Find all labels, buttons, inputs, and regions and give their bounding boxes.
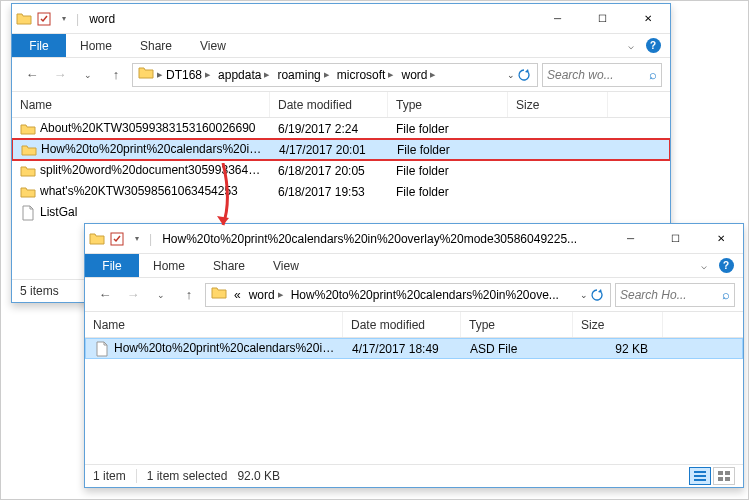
breadcrumb-item[interactable]: word ▶	[245, 288, 287, 302]
list-item[interactable]: About%20KTW305993831531600266906/19/2017…	[12, 118, 670, 139]
cell-name: ListGal	[12, 205, 270, 221]
breadcrumb-item[interactable]: microsoft ▶	[333, 68, 398, 82]
minimize-button[interactable]: ─	[608, 224, 653, 253]
view-mode-buttons	[689, 467, 735, 485]
cell-type: File folder	[388, 164, 508, 178]
folder-icon	[20, 184, 36, 200]
column-size[interactable]: Size	[573, 312, 663, 337]
breadcrumb-overflow[interactable]: «	[230, 288, 245, 302]
cell-date: 4/17/2017 18:49	[344, 342, 462, 356]
column-size[interactable]: Size	[508, 92, 608, 117]
back-button[interactable]: ←	[93, 283, 117, 307]
chevron-right-icon: ▶	[278, 291, 283, 299]
search-placeholder: Search Ho...	[620, 288, 687, 302]
search-input[interactable]: Search wo... ⌕	[542, 63, 662, 87]
svg-rect-8	[725, 477, 730, 481]
address-bar[interactable]: ▶ DT168 ▶ appdata ▶ roaming ▶ microsoft …	[132, 63, 538, 87]
quick-access-toolbar: ▾ |	[12, 11, 83, 27]
titlebar[interactable]: ▾ | word ─ ☐ ✕	[12, 4, 670, 34]
tab-share[interactable]: Share	[199, 254, 259, 277]
cell-date: 4/17/2017 20:01	[271, 143, 389, 157]
cell-date: 6/19/2017 2:24	[270, 122, 388, 136]
forward-button[interactable]: →	[48, 63, 72, 87]
svg-rect-7	[718, 477, 723, 481]
view-icons-button[interactable]	[713, 467, 735, 485]
breadcrumb-item[interactable]: appdata ▶	[214, 68, 273, 82]
tab-home[interactable]: Home	[139, 254, 199, 277]
file-icon	[20, 205, 36, 221]
ribbon-tabs: File Home Share View ⌵ ?	[85, 254, 743, 278]
properties-icon[interactable]	[36, 11, 52, 27]
ribbon-chevron-icon[interactable]: ⌵	[620, 34, 642, 57]
cell-date: 6/18/2017 20:05	[270, 164, 388, 178]
list-item[interactable]: what's%20KTW305985610634542536/18/2017 1…	[12, 181, 670, 202]
titlebar[interactable]: ▾ | How%20to%20print%20calendars%20in%20…	[85, 224, 743, 254]
up-button[interactable]: ↑	[177, 283, 201, 307]
folder-icon	[21, 142, 37, 158]
refresh-button[interactable]	[590, 288, 604, 302]
qat-chevron-icon[interactable]: ▾	[129, 231, 145, 247]
folder-icon	[89, 231, 105, 247]
chevron-right-icon: ▶	[264, 71, 269, 79]
folder-icon	[20, 163, 36, 179]
breadcrumb-item[interactable]: DT168 ▶	[162, 68, 214, 82]
quick-access-toolbar: ▾ |	[85, 231, 156, 247]
column-date[interactable]: Date modified	[343, 312, 461, 337]
status-selected-size: 92.0 KB	[237, 469, 280, 483]
back-button[interactable]: ←	[20, 63, 44, 87]
tab-file[interactable]: File	[12, 34, 66, 57]
status-item-count: 1 item	[93, 469, 137, 483]
column-name[interactable]: Name	[12, 92, 270, 117]
cell-name: what's%20KTW30598561063454253	[12, 184, 270, 200]
column-type[interactable]: Type	[388, 92, 508, 117]
history-chevron-icon[interactable]: ⌄	[149, 283, 173, 307]
history-chevron-icon[interactable]: ⌄	[76, 63, 100, 87]
window-title: How%20to%20print%20calendars%20in%20over…	[156, 232, 608, 246]
tab-share[interactable]: Share	[126, 34, 186, 57]
chevron-right-icon: ▶	[205, 71, 210, 79]
status-bar: 1 item 1 item selected 92.0 KB	[85, 464, 743, 487]
folder-icon	[20, 121, 36, 137]
close-button[interactable]: ✕	[625, 4, 670, 33]
column-date[interactable]: Date modified	[270, 92, 388, 117]
forward-button[interactable]: →	[121, 283, 145, 307]
list-item[interactable]: How%20to%20print%20calendars%20in...4/17…	[12, 139, 670, 160]
close-button[interactable]: ✕	[698, 224, 743, 253]
address-chevron-icon[interactable]: ⌄	[507, 70, 515, 80]
cell-size: 92 KB	[574, 342, 664, 356]
tab-view[interactable]: View	[186, 34, 240, 57]
tab-file[interactable]: File	[85, 254, 139, 277]
help-button[interactable]: ?	[642, 34, 664, 57]
column-name[interactable]: Name	[85, 312, 343, 337]
tab-view[interactable]: View	[259, 254, 313, 277]
chevron-right-icon: ▶	[430, 71, 435, 79]
address-bar[interactable]: « word ▶ How%20to%20print%20calendars%20…	[205, 283, 611, 307]
svg-rect-5	[718, 471, 723, 475]
address-chevron-icon[interactable]: ⌄	[580, 290, 588, 300]
cell-type: File folder	[389, 143, 509, 157]
breadcrumb-item[interactable]: roaming ▶	[273, 68, 332, 82]
list-item[interactable]: How%20to%20print%20calendars%20in...4/17…	[85, 338, 743, 359]
maximize-button[interactable]: ☐	[580, 4, 625, 33]
column-type[interactable]: Type	[461, 312, 573, 337]
minimize-button[interactable]: ─	[535, 4, 580, 33]
folder-icon	[211, 285, 227, 304]
maximize-button[interactable]: ☐	[653, 224, 698, 253]
up-button[interactable]: ↑	[104, 63, 128, 87]
help-button[interactable]: ?	[715, 254, 737, 277]
search-input[interactable]: Search Ho... ⌕	[615, 283, 735, 307]
tab-home[interactable]: Home	[66, 34, 126, 57]
view-details-button[interactable]	[689, 467, 711, 485]
ribbon-chevron-icon[interactable]: ⌵	[693, 254, 715, 277]
list-item[interactable]: ListGal	[12, 202, 670, 223]
breadcrumb-item[interactable]: How%20to%20print%20calendars%20in%20ove.…	[287, 288, 563, 302]
cell-name: How%20to%20print%20calendars%20in...	[13, 142, 271, 158]
file-list[interactable]: How%20to%20print%20calendars%20in...4/17…	[85, 338, 743, 464]
qat-chevron-icon[interactable]: ▾	[56, 11, 72, 27]
window-controls: ─ ☐ ✕	[535, 4, 670, 33]
properties-icon[interactable]	[109, 231, 125, 247]
list-item[interactable]: split%20word%20document30599336400...6/1…	[12, 160, 670, 181]
file-icon	[94, 341, 110, 357]
breadcrumb-item[interactable]: word ▶	[397, 68, 439, 82]
refresh-button[interactable]	[517, 68, 531, 82]
